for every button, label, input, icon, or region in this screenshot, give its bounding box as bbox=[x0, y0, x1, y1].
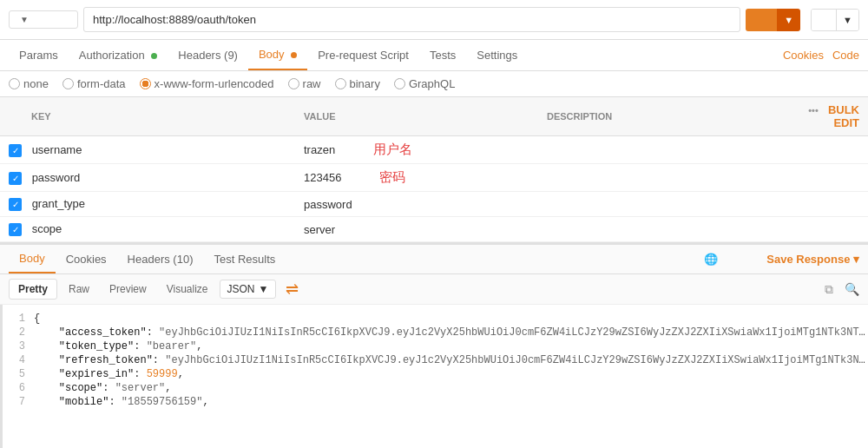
format-icon: ⇌ bbox=[286, 280, 299, 299]
key-value: username bbox=[32, 143, 82, 156]
line-content: { bbox=[34, 313, 868, 325]
checkbox[interactable] bbox=[9, 144, 22, 157]
line-number: 5 bbox=[3, 368, 34, 380]
save-button[interactable] bbox=[812, 10, 836, 30]
checkbox[interactable] bbox=[9, 223, 22, 236]
line-number: 7 bbox=[3, 396, 34, 408]
col-key: KEY bbox=[0, 97, 295, 136]
radio-raw bbox=[288, 78, 299, 89]
send-btn-group: ▼ bbox=[746, 9, 800, 31]
row-value: password bbox=[304, 198, 352, 211]
line-content: "expires_in": 59999, bbox=[34, 368, 868, 380]
row-value: 123456 bbox=[304, 171, 341, 184]
params-table: KEY VALUE DESCRIPTION ••• Bulk Edit user… bbox=[0, 97, 868, 242]
copy-icon[interactable]: ⧉ bbox=[825, 282, 833, 297]
annotation: 密码 bbox=[379, 169, 405, 184]
key-value: grant_type bbox=[32, 197, 85, 210]
checkbox[interactable] bbox=[9, 198, 22, 211]
search-icon[interactable]: 🔍 bbox=[845, 282, 859, 296]
key-value: scope bbox=[32, 222, 62, 235]
radio-graphql bbox=[394, 78, 405, 89]
method-chevron-icon: ▼ bbox=[20, 15, 29, 24]
json-line: 5 "expires_in": 59999, bbox=[3, 367, 868, 381]
fmt-tab-visualize[interactable]: Visualize bbox=[158, 280, 217, 299]
code-link[interactable]: Code bbox=[832, 49, 859, 62]
cookies-link[interactable]: Cookies bbox=[783, 49, 824, 62]
json-line: 4 "refresh_token": "eyJhbGciOiJIUzI1NiIs… bbox=[3, 353, 868, 367]
json-chevron-icon: ▼ bbox=[259, 283, 269, 295]
line-content: "scope": "server", bbox=[34, 382, 868, 394]
send-button[interactable] bbox=[746, 9, 777, 31]
json-line: 3 "token_type": "bearer", bbox=[3, 339, 868, 353]
tab-headers[interactable]: Headers (9) bbox=[168, 41, 248, 69]
option-none[interactable]: none bbox=[9, 77, 49, 90]
resp-tab-cookies[interactable]: Cookies bbox=[56, 246, 117, 273]
url-input[interactable] bbox=[83, 7, 740, 32]
json-line: 2 "access_token": "eyJhbGciOiJIUzI1NiIsI… bbox=[3, 326, 868, 339]
resp-tab-headers[interactable]: Headers (10) bbox=[117, 246, 204, 273]
tab-pre-request[interactable]: Pre-request Script bbox=[307, 41, 419, 69]
tab-settings[interactable]: Settings bbox=[466, 41, 528, 69]
save-arrow-button[interactable]: ▼ bbox=[836, 10, 858, 30]
json-line: 1{ bbox=[3, 312, 868, 326]
row-value: server bbox=[304, 223, 335, 236]
col-value: VALUE bbox=[295, 97, 538, 136]
line-number: 6 bbox=[3, 382, 34, 394]
params-section: KEY VALUE DESCRIPTION ••• Bulk Edit user… bbox=[0, 97, 868, 242]
key-value: password bbox=[32, 171, 81, 184]
radio-x-www bbox=[140, 78, 151, 89]
json-label: JSON bbox=[227, 283, 255, 295]
row-value: trazen bbox=[304, 143, 335, 156]
body-options: none form-data x-www-form-urlencoded raw… bbox=[0, 71, 868, 97]
tab-authorization[interactable]: Authorization bbox=[69, 41, 168, 69]
line-content: "mobile": "18559756159", bbox=[34, 396, 868, 408]
option-binary[interactable]: binary bbox=[335, 77, 380, 90]
response-tabs: Body Cookies Headers (10) Test Results 🌐… bbox=[0, 242, 868, 274]
tab-body[interactable]: Body bbox=[248, 40, 307, 70]
authorization-dot bbox=[151, 53, 157, 59]
line-number: 1 bbox=[3, 313, 34, 325]
resp-tab-body[interactable]: Body bbox=[9, 245, 56, 273]
json-format-select[interactable]: JSON ▼ bbox=[220, 280, 277, 299]
tab-tests[interactable]: Tests bbox=[419, 41, 466, 69]
globe-icon: 🌐 bbox=[704, 253, 718, 266]
table-row: password 123456 密码 bbox=[0, 164, 868, 192]
fmt-tab-pretty[interactable]: Pretty bbox=[9, 279, 57, 300]
radio-binary bbox=[335, 78, 346, 89]
save-response-button[interactable]: Save Response ▾ bbox=[766, 253, 859, 266]
bulk-edit-button[interactable]: Bulk Edit bbox=[828, 103, 859, 129]
json-line: 6 "scope": "server", bbox=[3, 381, 868, 395]
table-row: scope server bbox=[0, 217, 868, 242]
option-x-www[interactable]: x-www-form-urlencoded bbox=[140, 77, 274, 90]
radio-form-data bbox=[62, 78, 74, 89]
json-body: 1{2 "access_token": "eyJhbGciOiJIUzI1NiI… bbox=[0, 305, 868, 448]
radio-none bbox=[9, 78, 20, 89]
annotation: 用户名 bbox=[373, 142, 412, 156]
tab-params[interactable]: Params bbox=[9, 41, 69, 69]
option-graphql[interactable]: GraphQL bbox=[394, 77, 455, 90]
save-btn-group: ▼ bbox=[811, 9, 859, 31]
checkbox[interactable] bbox=[9, 172, 22, 185]
col-description: DESCRIPTION bbox=[538, 97, 781, 136]
resp-tab-test-results[interactable]: Test Results bbox=[203, 246, 286, 273]
table-header-row: KEY VALUE DESCRIPTION ••• Bulk Edit bbox=[0, 97, 868, 136]
line-content: "access_token": "eyJhbGciOiJIUzI1NiIsInR… bbox=[34, 326, 868, 339]
three-dots-icon[interactable]: ••• bbox=[808, 105, 819, 115]
line-number: 2 bbox=[3, 326, 34, 339]
option-form-data[interactable]: form-data bbox=[62, 77, 126, 90]
send-arrow-button[interactable]: ▼ bbox=[777, 9, 800, 31]
line-number: 3 bbox=[3, 340, 34, 352]
top-bar: ▼ ▼ ▼ bbox=[0, 0, 868, 40]
option-raw[interactable]: raw bbox=[288, 77, 321, 90]
fmt-tab-preview[interactable]: Preview bbox=[101, 280, 155, 299]
json-line: 7 "mobile": "18559756159", bbox=[3, 395, 868, 409]
line-number: 4 bbox=[3, 354, 34, 366]
method-select[interactable]: ▼ bbox=[9, 10, 78, 29]
fmt-tab-raw[interactable]: Raw bbox=[60, 280, 98, 299]
format-tabs: Pretty Raw Preview Visualize JSON ▼ ⇌ ⧉ … bbox=[0, 274, 868, 305]
col-actions: ••• Bulk Edit bbox=[781, 97, 868, 136]
nav-tabs: Params Authorization Headers (9) Body Pr… bbox=[0, 40, 868, 71]
nav-right: Cookies Code bbox=[783, 41, 859, 69]
line-content: "token_type": "bearer", bbox=[34, 340, 868, 352]
resp-right: 🌐 Save Response ▾ bbox=[704, 253, 859, 266]
